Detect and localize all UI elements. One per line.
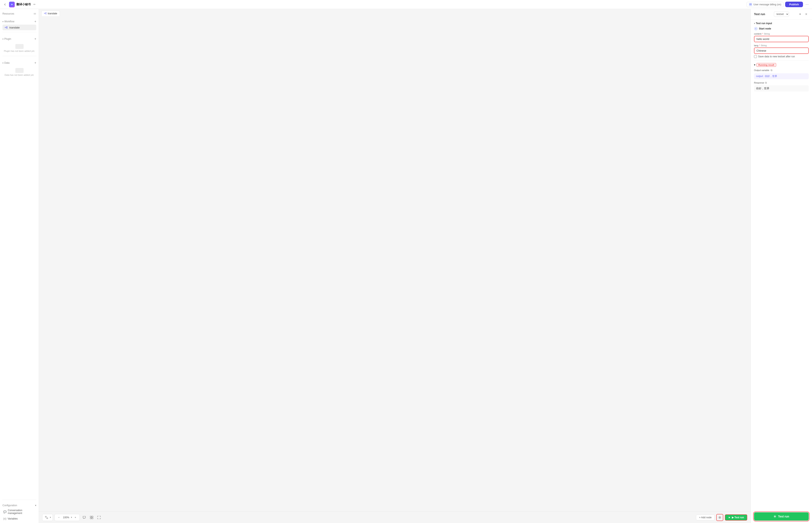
plugin-section: ▾ Plugin + Plugin has not been added yet… — [0, 34, 39, 54]
svg-point-2 — [5, 27, 6, 28]
sidebar-collapse-icon — [33, 12, 36, 15]
chevron-view-icon[interactable]: ▾ — [50, 516, 51, 519]
config-label: Configuration — [2, 504, 17, 507]
lang-required-mark: * — [759, 44, 760, 47]
save-data-checkbox[interactable] — [754, 55, 757, 58]
lang-field-label: lang * String — [754, 44, 809, 47]
plugin-empty-text: Plugin has not been added yet. — [4, 50, 35, 52]
save-data-label: Save data to new testset after run — [758, 55, 795, 58]
workflow-header[interactable]: ▾ Workflow + — [2, 18, 36, 24]
test-run-panel-button[interactable]: Test run — [754, 512, 809, 521]
output-variable-label: Output variable — [754, 69, 770, 71]
data-header[interactable]: ▾ Data + — [2, 60, 36, 66]
billing-label: User message billing (on) — [754, 3, 781, 6]
variables-icon: {x} — [3, 517, 6, 520]
lang-input[interactable] — [754, 48, 809, 54]
svg-rect-16 — [92, 518, 93, 519]
back-button[interactable] — [2, 2, 7, 7]
sidebar: Resources ▾ Workflow + translate — [0, 9, 39, 523]
svg-point-3 — [6, 26, 7, 27]
data-empty-icon — [15, 68, 23, 73]
output-copy-icon[interactable]: ⧉ — [771, 69, 773, 72]
svg-rect-11 — [45, 516, 46, 517]
settings-canvas-icon[interactable] — [716, 514, 723, 521]
svg-point-17 — [719, 517, 720, 518]
data-add-icon[interactable]: + — [34, 61, 36, 65]
svg-point-5 — [44, 13, 45, 14]
content-label-text: content — [754, 33, 761, 35]
zoom-out-button[interactable]: − — [56, 515, 61, 520]
grid-button[interactable] — [89, 515, 94, 520]
test-run-input-label: Test run input — [756, 22, 772, 25]
zoom-chevron-icon[interactable]: ▾ — [71, 516, 72, 519]
add-node-button[interactable]: + Add node — [696, 515, 715, 520]
response-value: 你好，世界 — [754, 85, 809, 92]
svg-rect-14 — [92, 516, 93, 517]
lang-label-text: lang — [754, 44, 758, 47]
panel-testset: testset — [774, 12, 789, 17]
panel-footer: Test run — [751, 510, 812, 523]
chevron-down-icon-3: ▾ — [2, 62, 3, 64]
start-node-panel-icon — [754, 27, 758, 31]
running-result-title: ▾ Running result — [754, 63, 809, 67]
start-node-label: Start node — [754, 27, 809, 31]
spark-icon[interactable]: ✦ — [798, 12, 802, 17]
config-chevron-icon: ▾ — [35, 504, 36, 507]
comment-button[interactable] — [81, 515, 87, 520]
test-run-canvas-button[interactable]: ▶ Test run — [725, 515, 747, 521]
test-run-panel-icon — [774, 515, 776, 518]
panel-header: Test run testset ✦ ✕ — [751, 9, 812, 19]
svg-rect-13 — [90, 516, 91, 517]
output-value: output : 你好，世界 — [754, 73, 809, 79]
view-controls: ▾ — [42, 514, 53, 521]
translate-item-label: translate — [10, 26, 20, 29]
panel-title: Test run — [754, 13, 765, 16]
app-title: 翻译小秘书 — [16, 3, 31, 6]
content-input[interactable] — [754, 36, 809, 42]
conversation-management-item[interactable]: 💬 Conversation management — [2, 508, 36, 516]
resources-header[interactable]: Resources — [2, 11, 36, 16]
zoom-level: 100% — [62, 516, 70, 519]
chevron-down-icon-2: ▾ — [2, 38, 3, 40]
main-layout: Resources ▾ Workflow + translate — [0, 9, 812, 523]
canvas-toolbar: ▾ − 100% ▾ + + Add node — [39, 511, 750, 523]
svg-point-4 — [6, 28, 7, 29]
test-run-input-title: ▾ Test run input — [754, 22, 809, 25]
svg-rect-12 — [47, 518, 48, 519]
response-label-row: Response ⧉ — [754, 81, 809, 84]
close-panel-icon[interactable]: ✕ — [804, 12, 809, 17]
conv-mgmt-label: Conversation management — [8, 509, 35, 515]
expand-button[interactable] — [96, 515, 102, 520]
billing-button[interactable]: User message billing (on) — [747, 2, 783, 7]
testset-select[interactable]: testset — [774, 12, 789, 17]
more-icon[interactable]: ⋯ — [805, 2, 810, 7]
lang-type-text: String — [761, 44, 767, 47]
result-chevron-icon: ▾ — [754, 64, 755, 66]
test-run-canvas-label: ▶ Test run — [732, 516, 744, 519]
edit-icon[interactable]: ✏ — [32, 2, 36, 6]
plugin-add-icon[interactable]: + — [34, 37, 36, 41]
canvas-tab-icon — [44, 12, 47, 15]
canvas-tab-label: translate — [48, 12, 57, 15]
plugin-empty-icon — [15, 44, 23, 49]
topbar: 翻译小秘书 ✏ User message billing (on) Publis… — [0, 0, 812, 9]
plugin-header[interactable]: ▾ Plugin + — [2, 36, 36, 42]
content-type-text: String — [764, 33, 770, 35]
save-data-row: Save data to new testset after run — [754, 55, 809, 58]
zoom-in-button[interactable]: + — [73, 515, 78, 520]
sidebar-divider-1 — [2, 32, 36, 32]
fit-view-button[interactable] — [44, 515, 49, 520]
chevron-down-icon: ▾ — [2, 20, 3, 23]
sidebar-divider-3 — [2, 500, 36, 500]
variables-item[interactable]: {x} Variables — [2, 516, 36, 521]
publish-button[interactable]: Publish — [785, 2, 803, 7]
config-header[interactable]: Configuration ▾ — [2, 503, 36, 508]
billing-icon — [749, 3, 752, 6]
canvas-area: translate — [39, 9, 750, 523]
test-run-canvas-icon — [728, 516, 731, 519]
data-label: Data — [4, 61, 10, 64]
response-copy-icon[interactable]: ⧉ — [765, 81, 767, 84]
workflow-add-icon[interactable]: + — [34, 20, 36, 23]
canvas-tab-translate[interactable]: translate — [41, 11, 60, 16]
sidebar-item-translate[interactable]: translate — [2, 24, 36, 30]
